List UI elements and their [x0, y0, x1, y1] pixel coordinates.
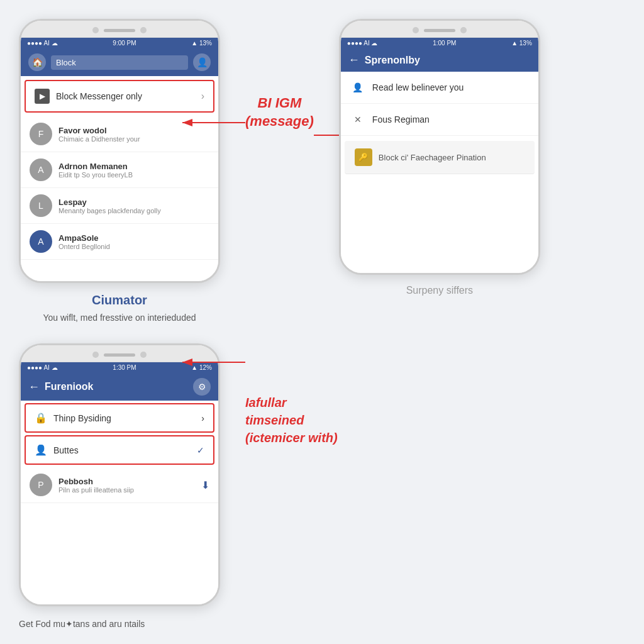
phone3-contact-name-1: Pebbosh — [58, 477, 201, 486]
contact-row-2[interactable]: A Adrnon Memanen Eidit tp So yrou tleery… — [21, 152, 218, 188]
camera-dot — [92, 27, 99, 33]
contact-info-4: AmpaSole Onterd Begllonid — [58, 233, 209, 250]
phone3-nav-title: Fureniook — [45, 381, 188, 392]
phone3-frame: ●●●● AI ☁ 1:30 PM ▲ 12% ← Fureniook ⚙ 🔒 … — [19, 343, 220, 606]
phone1-status-left: ●●●● AI ☁ — [27, 40, 58, 47]
phone3-contact-sub-1: Piln as puli illeattena siip — [58, 486, 201, 494]
phone2-content: 👤 Read lew belinever you ✕ Fous Regiman … — [341, 72, 538, 273]
x-icon: ✕ — [351, 113, 365, 126]
phone2-gray-row[interactable]: 🔑 Block ci' Faechageer Pination — [345, 141, 535, 174]
phone1-nav: 🏠 Block 👤 — [21, 48, 218, 76]
phone1: ●●●● AI ☁ 9:00 PM ▲ 13% 🏠 Block 👤 ▶ Bloc… — [19, 19, 220, 325]
phone3-contact-1[interactable]: P Pebbosh Piln as puli illeattena siip ⬇ — [21, 467, 218, 503]
avatar-1: F — [30, 123, 52, 145]
phone3-nav: ← Fureniook ⚙ — [21, 373, 218, 401]
phone2-status-right: ▲ 13% — [511, 40, 532, 47]
contact-name-2: Adrnon Memanen — [58, 162, 209, 171]
phone2-nav: ← Sprenonlby — [341, 48, 538, 72]
user-icon: 👤 — [35, 444, 47, 456]
phone2-row-1[interactable]: 👤 Read lew belinever you — [341, 72, 538, 104]
phone1-frame: ●●●● AI ☁ 9:00 PM ▲ 13% 🏠 Block 👤 ▶ Bloc… — [19, 19, 220, 283]
phone2-status-time: 1:00 PM — [433, 40, 456, 47]
play-icon: ▶ — [35, 89, 50, 104]
annotation1-label: BI IGM (message) — [245, 94, 314, 130]
settings-icon[interactable]: ⚙ — [193, 378, 211, 396]
bottom-section: ●●●● AI ☁ 1:30 PM ▲ 12% ← Fureniook ⚙ 🔒 … — [19, 343, 625, 606]
phone3-contact-info-1: Pebbosh Piln as puli illeattena siip — [58, 477, 201, 494]
description2: Surpeny siffers — [339, 285, 540, 296]
phone2-camera2 — [460, 27, 467, 33]
contact-sub-2: Eidit tp So yrou tleeryLB — [58, 171, 209, 179]
phone1-top — [21, 21, 218, 38]
phone3-row2-label: Buttes — [53, 445, 191, 455]
phone3-back-icon[interactable]: ← — [28, 380, 40, 394]
arrow-to-phone3 — [176, 350, 252, 375]
contact-name-4: AmpaSole — [58, 233, 209, 243]
desc1-title: Ciumator — [19, 293, 220, 308]
phone3-camera — [92, 352, 99, 358]
phone3-highlight-row-1[interactable]: 🔒 Thinp Bysiding › — [25, 403, 214, 433]
footer-text: Get Fod mu✦tans and aru ntails — [19, 619, 625, 629]
phone3-speaker — [104, 353, 135, 357]
arrow-to-phone1 — [176, 110, 252, 135]
phone1-status-right: ▲ 13% — [191, 40, 212, 47]
desc1-text: You wiflt, med fresstive on interieduded — [19, 311, 220, 325]
desc2-text: Surpeny siffers — [339, 285, 540, 296]
people-icon[interactable]: 👤 — [193, 53, 211, 71]
avatar-4: A — [30, 230, 52, 253]
phone1-search[interactable]: Block — [51, 55, 188, 70]
phone3-status-left: ●●●● AI ☁ — [27, 364, 58, 371]
phone2-camera — [413, 27, 419, 33]
phone3-status-time: 1:30 PM — [113, 364, 136, 371]
phone2-row1-text: Read lew belinever you — [372, 82, 464, 92]
contact-row-3[interactable]: L Lespay Menanty bages plackfenday golly — [21, 188, 218, 224]
download-icon: ⬇ — [201, 479, 209, 491]
phone2-row-2[interactable]: ✕ Fous Regiman — [341, 104, 538, 136]
phone3-row2-check: ✓ — [197, 445, 204, 455]
description1: Ciumator You wiflt, med fresstive on int… — [19, 293, 220, 325]
annotation2: Iafullar timseined (ictemicer with) — [245, 343, 625, 447]
phone2-status-left: ●●●● AI ☁ — [347, 40, 378, 47]
contact-sub-3: Menanty bages plackfenday golly — [58, 207, 209, 214]
phone2-status-bar: ●●●● AI ☁ 1:00 PM ▲ 13% — [341, 38, 538, 48]
phone3-content: 🔒 Thinp Bysiding › 👤 Buttes ✓ P Pebbosh … — [21, 403, 218, 604]
phone2-gray-text: Block ci' Faechageer Pination — [379, 153, 486, 162]
annotation2-label: Iafullar timseined (ictemicer with) — [245, 394, 625, 447]
contact-sub-4: Onterd Begllonid — [58, 243, 209, 250]
avatar-3: L — [30, 194, 52, 217]
phone2-row2-text: Fous Regiman — [372, 114, 430, 125]
contact-sub-1: Chimaic a Didhenster your — [58, 135, 209, 143]
contact-info-2: Adrnon Memanen Eidit tp So yrou tleeryLB — [58, 162, 209, 179]
lock-icon: 🔒 — [35, 412, 47, 424]
speaker — [104, 29, 135, 32]
block-messenger-label: Block Messenger only — [56, 91, 201, 101]
phone3-highlight-row-2[interactable]: 👤 Buttes ✓ — [25, 435, 214, 465]
camera-dot2 — [140, 27, 147, 33]
home-icon[interactable]: 🏠 — [28, 53, 46, 71]
key-icon: 🔑 — [355, 148, 372, 166]
phone2-nav-title: Sprenonlby — [365, 55, 531, 66]
phone3-avatar-1: P — [30, 474, 52, 496]
phone3-wrapper: ●●●● AI ☁ 1:30 PM ▲ 12% ← Fureniook ⚙ 🔒 … — [19, 343, 220, 606]
contact-info-3: Lespay Menanty bages plackfenday golly — [58, 197, 209, 214]
phone2-wrapper: ●●●● AI ☁ 1:00 PM ▲ 13% ← Sprenonlby 👤 R… — [339, 19, 540, 296]
back-icon[interactable]: ← — [348, 53, 360, 67]
phone3-camera2 — [140, 352, 147, 358]
phone3-row1-label: Thinp Bysiding — [53, 413, 195, 423]
phone1-status-time: 9:00 PM — [113, 40, 136, 47]
phone1-status-bar: ●●●● AI ☁ 9:00 PM ▲ 13% — [21, 38, 218, 48]
phone2-speaker — [424, 29, 455, 32]
person-icon: 👤 — [351, 80, 365, 94]
contact-row-4[interactable]: A AmpaSole Onterd Begllonid — [21, 224, 218, 260]
avatar-2: A — [30, 158, 52, 181]
contact-name-3: Lespay — [58, 197, 209, 207]
phone3-row1-chevron: › — [201, 413, 204, 423]
phone2-frame: ●●●● AI ☁ 1:00 PM ▲ 13% ← Sprenonlby 👤 R… — [339, 19, 540, 275]
chevron-right-icon: › — [201, 91, 204, 102]
block-messenger-row[interactable]: ▶ Block Messenger only › — [25, 80, 214, 113]
phone2-top — [341, 21, 538, 38]
